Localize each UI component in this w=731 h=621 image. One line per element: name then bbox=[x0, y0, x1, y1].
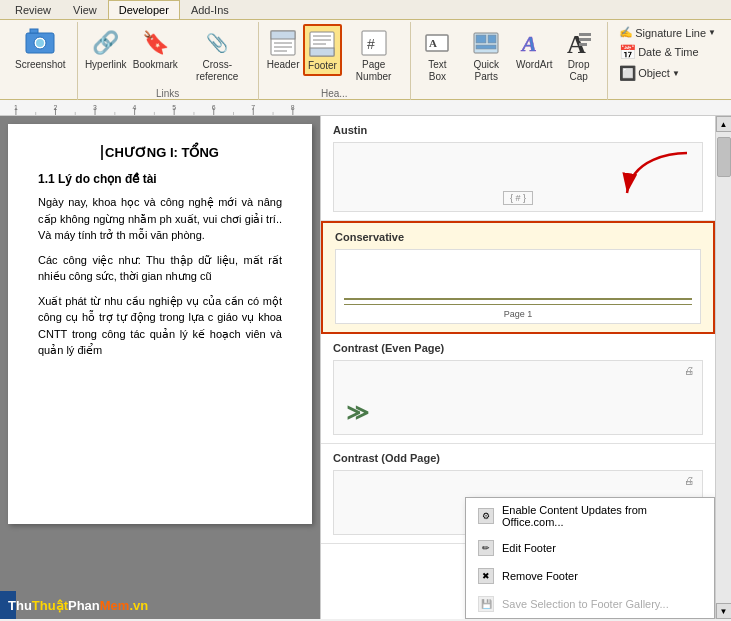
svg-rect-21 bbox=[476, 45, 496, 49]
header-label: Header bbox=[267, 59, 300, 71]
group-links-label: Links bbox=[156, 88, 179, 99]
tab-review[interactable]: Review bbox=[4, 0, 62, 19]
textbox-button[interactable]: A Text Box bbox=[417, 24, 458, 86]
textbox-label: Text Box bbox=[422, 59, 453, 83]
footer-austin-name: Austin bbox=[333, 124, 703, 136]
scroll-down-button[interactable]: ▼ bbox=[716, 603, 732, 619]
datetime-label: Date & Time bbox=[638, 46, 699, 58]
enable-updates-icon: ⚙ bbox=[478, 508, 494, 524]
hyperlink-icon: 🔗 bbox=[90, 27, 122, 59]
svg-text:2: 2 bbox=[53, 103, 57, 110]
dropcap-label: Drop Cap bbox=[561, 59, 596, 83]
save-selection-icon: 💾 bbox=[478, 596, 494, 612]
bookmark-button[interactable]: 🔖 Bookmark bbox=[132, 24, 179, 74]
svg-rect-20 bbox=[488, 35, 496, 43]
hyperlink-label: Hyperlink bbox=[85, 59, 127, 71]
group-headerfooter: Header Footer bbox=[259, 22, 411, 101]
footer-item-austin[interactable]: Austin { # } bbox=[321, 116, 715, 221]
doc-para-1: Ngày nay, khoa học và công nghệ mới và n… bbox=[38, 194, 282, 244]
tab-view[interactable]: View bbox=[62, 0, 108, 19]
footer-contrast-even-name: Contrast (Even Page) bbox=[333, 342, 703, 354]
group-links: 🔗 Hyperlink 🔖 Bookmark 📎 Cross-reference… bbox=[78, 22, 259, 101]
svg-text:1: 1 bbox=[14, 103, 18, 110]
svg-text:7: 7 bbox=[251, 103, 255, 110]
wordart-icon: A A bbox=[518, 27, 550, 59]
logo-bar: ThuThuậtPhanMem.vn bbox=[0, 591, 16, 619]
quickparts-icon bbox=[470, 27, 502, 59]
footer-dropdown-panel: Austin { # } Conservative bbox=[320, 116, 715, 619]
tab-developer[interactable]: Developer bbox=[108, 0, 180, 19]
menu-item-enable-updates[interactable]: ⚙ Enable Content Updates from Office.com… bbox=[466, 498, 714, 534]
svg-point-3 bbox=[36, 39, 44, 47]
pagenumber-label: Page Number bbox=[349, 59, 399, 83]
footer-austin-preview: { # } bbox=[333, 142, 703, 212]
menu-item-remove-footer[interactable]: ✖ Remove Footer bbox=[466, 562, 714, 590]
ribbon: Review View Developer Add-Ins Scre bbox=[0, 0, 731, 100]
edit-footer-icon: ✏ bbox=[478, 540, 494, 556]
svg-rect-10 bbox=[310, 48, 334, 56]
datetime-button[interactable]: 📅 Date & Time bbox=[614, 42, 721, 62]
svg-text:4: 4 bbox=[133, 103, 137, 110]
svg-rect-1 bbox=[30, 29, 38, 33]
scrollbar: ▲ ▼ bbox=[715, 116, 731, 619]
main-area: CHƯƠNG I: TỔNG 1.1 Lý do chọn đề tài Ngà… bbox=[0, 116, 731, 619]
dropcap-button[interactable]: A Drop Cap bbox=[556, 24, 601, 86]
footer-contrast-odd-name: Contrast (Odd Page) bbox=[333, 452, 703, 464]
header-icon bbox=[267, 27, 299, 59]
signature-button[interactable]: ✍ Signature Line ▼ bbox=[614, 24, 721, 41]
crossref-button[interactable]: 📎 Cross-reference bbox=[183, 24, 252, 86]
textbox-icon: A bbox=[421, 27, 453, 59]
datetime-icon: 📅 bbox=[619, 44, 636, 60]
scroll-thumb[interactable] bbox=[717, 137, 731, 177]
enable-updates-label: Enable Content Updates from Office.com..… bbox=[502, 504, 702, 528]
svg-rect-27 bbox=[579, 43, 587, 46]
tab-addins[interactable]: Add-Ins bbox=[180, 0, 240, 19]
doc-para-3: Xuất phát từ nhu cầu nghiệp vụ của cần c… bbox=[38, 293, 282, 359]
screenshot-label: Screenshot bbox=[15, 59, 66, 71]
footer-item-contrast-even[interactable]: Contrast (Even Page) 🖨 ≫ bbox=[321, 334, 715, 444]
menu-item-save-selection: 💾 Save Selection to Footer Gallery... bbox=[466, 590, 714, 618]
screenshot-button[interactable]: Screenshot bbox=[10, 24, 71, 74]
logo-mem: Mem bbox=[100, 598, 130, 613]
svg-rect-28 bbox=[8, 100, 731, 115]
footer-label: Footer bbox=[308, 60, 337, 72]
document-page: CHƯƠNG I: TỔNG 1.1 Lý do chọn đề tài Ngà… bbox=[8, 124, 312, 524]
footer-button[interactable]: Footer bbox=[303, 24, 341, 76]
svg-text:6: 6 bbox=[212, 103, 216, 110]
bookmark-label: Bookmark bbox=[133, 59, 178, 71]
scroll-track[interactable] bbox=[716, 132, 731, 603]
wordart-button[interactable]: A A WordArt bbox=[514, 24, 554, 74]
ribbon-tabs: Review View Developer Add-Ins bbox=[0, 0, 731, 20]
svg-text:3: 3 bbox=[93, 103, 97, 110]
logo-text: ThuThuậtPhanMem.vn bbox=[8, 598, 148, 613]
footer-contrast-even-preview: 🖨 ≫ bbox=[333, 360, 703, 435]
footer-item-conservative[interactable]: Conservative Page 1 bbox=[321, 221, 715, 334]
ribbon-content: Screenshot 🔗 Hyperlink 🔖 Bookmark 📎 Cros… bbox=[0, 20, 731, 103]
object-button[interactable]: 🔲 Object ▼ bbox=[614, 63, 721, 83]
group-screenshot: Screenshot bbox=[4, 22, 78, 101]
scroll-up-button[interactable]: ▲ bbox=[716, 116, 732, 132]
document-area: CHƯƠNG I: TỔNG 1.1 Lý do chọn đề tài Ngà… bbox=[0, 116, 320, 619]
svg-rect-25 bbox=[579, 33, 591, 36]
hyperlink-button[interactable]: 🔗 Hyperlink bbox=[84, 24, 128, 74]
logo-phan: Phan bbox=[68, 598, 100, 613]
object-arrow: ▼ bbox=[672, 69, 680, 78]
logo-vn: vn bbox=[133, 598, 148, 613]
group-text: A Text Box Quick Parts bbox=[411, 22, 608, 101]
quickparts-label: Quick Parts bbox=[465, 59, 507, 83]
doc-section: 1.1 Lý do chọn đề tài bbox=[38, 172, 282, 186]
quickparts-button[interactable]: Quick Parts bbox=[460, 24, 512, 86]
svg-text:8: 8 bbox=[291, 103, 295, 110]
svg-text:A: A bbox=[520, 31, 537, 56]
wordart-label: WordArt bbox=[516, 59, 553, 71]
doc-para-2: Các công việc như: Thu thập dữ liệu, mất… bbox=[38, 252, 282, 285]
bookmark-icon: 🔖 bbox=[139, 27, 171, 59]
menu-item-edit-footer[interactable]: ✏ Edit Footer bbox=[466, 534, 714, 562]
pagenumber-button[interactable]: # Page Number bbox=[344, 24, 404, 86]
object-icon: 🔲 bbox=[619, 65, 636, 81]
context-menu: ⚙ Enable Content Updates from Office.com… bbox=[465, 497, 715, 619]
signature-label: Signature Line bbox=[635, 27, 706, 39]
svg-rect-26 bbox=[579, 38, 591, 41]
header-button[interactable]: Header bbox=[265, 24, 302, 74]
crossref-label: Cross-reference bbox=[188, 59, 247, 83]
